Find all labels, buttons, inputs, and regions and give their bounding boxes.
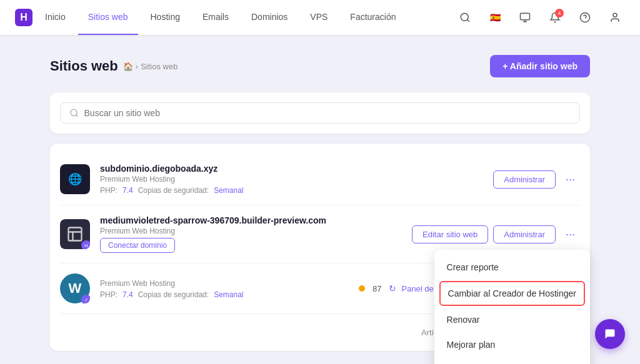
site-3-backup-value[interactable]: Semanal [214, 290, 243, 299]
site-2-edit-button[interactable]: Editar sitio web [412, 225, 488, 243]
www-icon: 🌐 [60, 164, 90, 194]
dropdown-renovar[interactable]: Renovar [434, 307, 590, 332]
site-3-backup-label: Copias de seguridad: [138, 290, 209, 299]
nav-item-hosting[interactable]: Hosting [141, 0, 190, 35]
nav-item-sitios-web[interactable]: Sitios web [78, 0, 138, 35]
site-1-meta: PHP: 7.4 Copias de seguridad: Semanal [100, 186, 493, 195]
builder-icon: H [60, 219, 90, 249]
breadcrumb: 🏠 › Sitios web [123, 62, 178, 71]
search-container [50, 92, 590, 134]
builder-badge: H [81, 240, 90, 249]
search-input[interactable] [84, 108, 571, 118]
site-logo-builder: H [60, 219, 90, 249]
site-3-plan: Premium Web Hosting [100, 279, 359, 288]
notification-badge: 4 [555, 9, 564, 17]
site-2-admin-button[interactable]: Administrar [493, 225, 556, 243]
site-1-backup-value[interactable]: Semanal [214, 186, 243, 195]
site-3-meta: PHP: 7.4 Copias de seguridad: Semanal [100, 290, 359, 299]
nav-item-inicio[interactable]: Inicio [35, 0, 76, 35]
breadcrumb-home-icon: 🏠 [123, 62, 133, 71]
nav-item-emails[interactable]: Emails [192, 0, 239, 35]
help-icon[interactable] [575, 7, 595, 27]
site-3-php-version[interactable]: 7.4 [122, 290, 133, 299]
dropdown-mejorar-plan[interactable]: Mejorar plan [434, 332, 590, 357]
svg-point-0 [461, 13, 468, 21]
svg-rect-8 [69, 228, 82, 241]
svg-point-6 [613, 13, 617, 17]
search-icon[interactable] [455, 7, 475, 27]
search-input-wrap [60, 102, 580, 124]
wp-logo-wrap: W ✓ [60, 273, 90, 303]
header-actions: 🇪🇸 4 [455, 7, 625, 27]
site-1-backup-label: Copias de seguridad: [138, 186, 209, 195]
site-1-php-version[interactable]: 7.4 [122, 186, 133, 195]
svg-rect-1 [521, 13, 530, 20]
logo: H [15, 9, 35, 26]
dropdown-cambiar-creador[interactable]: Cambiar al Creador de Hostinger [439, 281, 585, 306]
site-logo-www: 🌐 [60, 164, 90, 194]
site-2-plan: Premium Web Hosting [100, 227, 412, 235]
add-site-button[interactable]: + Añadir sitio web [490, 55, 590, 77]
breadcrumb-separator: › [136, 62, 138, 71]
user-icon[interactable] [605, 7, 625, 27]
page-title-area: Sitios web 🏠 › Sitios web [50, 58, 178, 74]
site-3-score: 87 [372, 284, 381, 293]
breadcrumb-current: Sitios web [141, 62, 178, 71]
notifications-icon[interactable]: 4 [545, 7, 565, 27]
site-2-info: mediumvioletred-sparrow-396709.builder-p… [100, 215, 412, 253]
site-3-php-label: PHP: [100, 290, 118, 299]
site-2-meta: Conectar dominio [100, 238, 412, 253]
connect-domain-button[interactable]: Conectar dominio [100, 238, 175, 253]
wp-badge: ✓ [81, 295, 90, 303]
site-2-name: mediumvioletred-sparrow-396709.builder-p… [100, 215, 412, 225]
site-1-name: subdominio.diegoboada.xyz [100, 164, 493, 174]
dropdown-borrar[interactable]: Borrar [434, 357, 590, 364]
site-2-dots-button[interactable]: ··· [561, 225, 580, 243]
status-dot [359, 285, 365, 292]
header: H Inicio Sitios web Hosting Emails Domin… [0, 0, 640, 35]
svg-point-7 [71, 109, 77, 116]
site-1-plan: Premium Web Hosting [100, 175, 493, 184]
flag-icon[interactable]: 🇪🇸 [485, 7, 505, 27]
site-1-info: subdominio.diegoboada.xyz Premium Web Ho… [100, 164, 493, 195]
site-logo-wp: W ✓ [60, 273, 90, 303]
monitor-icon[interactable] [515, 7, 535, 27]
site-1-php-label: PHP: [100, 186, 118, 195]
nav-item-vps[interactable]: VPS [300, 0, 338, 35]
site-2-actions: Editar sitio web Administrar ··· [412, 225, 580, 243]
site-row: 🌐 subdominio.diegoboada.xyz Premium Web … [60, 154, 580, 205]
main-nav: Inicio Sitios web Hosting Emails Dominio… [35, 0, 455, 35]
site-1-dots-button[interactable]: ··· [561, 170, 580, 189]
logo-icon: H [15, 9, 32, 26]
nav-item-facturacion[interactable]: Facturación [340, 0, 406, 35]
page-title: Sitios web [50, 58, 118, 74]
chat-button[interactable] [595, 319, 625, 349]
page-header: Sitios web 🏠 › Sitios web + Añadir sitio… [50, 55, 590, 77]
site-1-actions: Administrar ··· [493, 170, 580, 189]
refresh-icon[interactable]: ↻ [389, 283, 396, 293]
site-3-info: Premium Web Hosting PHP: 7.4 Copias de s… [100, 278, 359, 299]
nav-item-dominios[interactable]: Dominios [241, 0, 298, 35]
dropdown-menu: Crear reporte Cambiar al Creador de Host… [434, 250, 590, 364]
dropdown-crear-reporte[interactable]: Crear reporte [434, 255, 590, 280]
site-1-admin-button[interactable]: Administrar [493, 170, 556, 189]
search-input-icon [69, 108, 79, 118]
